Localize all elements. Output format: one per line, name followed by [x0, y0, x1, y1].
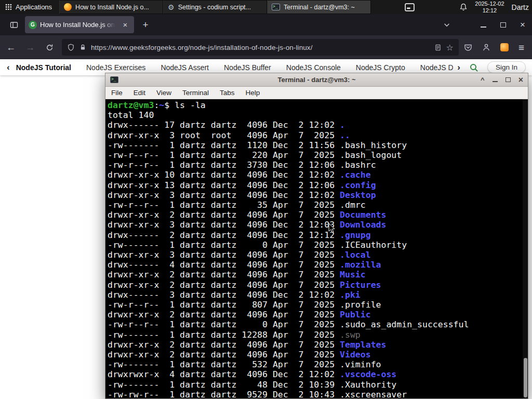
- line-text: drwxr-xr-x 3 dartz dartz 4096 Apr 7 2025: [108, 250, 340, 260]
- bookmark-star-icon[interactable]: ☆: [446, 43, 454, 52]
- site-nav-link[interactable]: NodeJS Console: [286, 63, 341, 72]
- terminal-maximize-button[interactable]: [506, 77, 511, 82]
- url-text: https://www.geeksforgeeks.org/node-js/in…: [91, 44, 430, 51]
- forward-button[interactable]: →: [22, 39, 38, 56]
- terminal-line: drwx------ 4 dartz dartz 4096 Apr 7 2025…: [108, 260, 528, 270]
- terminal-prompt-line: dartz@vm3:~$ ls -la: [108, 100, 528, 110]
- file-name: .config: [340, 180, 376, 190]
- clock[interactable]: 2025-12-02 12:12: [475, 1, 504, 14]
- file-name: .viminfo: [340, 360, 381, 369]
- tracking-shield-icon[interactable]: [67, 44, 75, 51]
- terminal-line: -rw-r--r-- 1 dartz dartz 807 Apr 7 2025 …: [108, 300, 528, 310]
- terminal-line: drwxr-xr-x 3 dartz dartz 4096 Dec 2 12:0…: [108, 190, 528, 200]
- line-text: -rw-r--r-- 1 dartz dartz 0 Apr 7 2025: [108, 320, 340, 329]
- menu-help[interactable]: Help: [246, 89, 260, 97]
- nav-scroll-right-icon[interactable]: ›: [457, 62, 460, 73]
- taskbar-item[interactable]: ⚙Settings - codium script...: [163, 0, 267, 14]
- file-name: Music: [340, 270, 366, 280]
- tray-terminal-icon[interactable]: [405, 3, 415, 11]
- line-text: drwx------ 17 dartz dartz 4096 Dec 2 12:…: [108, 120, 340, 130]
- tab-close-icon[interactable]: ×: [120, 20, 130, 30]
- menu-file[interactable]: File: [111, 89, 123, 97]
- line-text: drwxr-xr-x 2 dartz dartz 4096 Apr 7 2025: [108, 280, 340, 290]
- file-name: .pki: [340, 290, 361, 300]
- taskbar-item[interactable]: Terminal - dartz@vm3: ~: [267, 0, 371, 14]
- account-icon[interactable]: [482, 43, 490, 51]
- line-text: drwxr-xr-x 13 dartz dartz 4096 Dec 2 12:…: [108, 180, 340, 190]
- scrollbar-thumb[interactable]: [524, 358, 527, 397]
- search-icon[interactable]: [469, 63, 478, 72]
- terminal-line: drwx------ 2 dartz dartz 4096 Dec 2 12:1…: [108, 230, 528, 240]
- applications-menu[interactable]: Applications: [0, 0, 57, 14]
- url-bar[interactable]: https://www.geeksforgeeks.org/node-js/in…: [62, 39, 459, 56]
- terminal-minimize-button[interactable]: [493, 81, 498, 82]
- terminal-line: -rw------- 1 dartz dartz 12288 Apr 7 202…: [108, 330, 528, 340]
- applications-icon: [5, 4, 12, 10]
- nav-scroll-left-icon[interactable]: ‹: [7, 62, 10, 73]
- menu-tabs[interactable]: Tabs: [220, 89, 235, 97]
- site-nav-link[interactable]: NodeJS Crypto: [356, 63, 405, 72]
- applications-label: Applications: [16, 3, 52, 11]
- terminal-close-button[interactable]: ×: [518, 76, 523, 84]
- line-text: drwxr-xr-x 2 dartz dartz 4096 Apr 7 2025: [108, 270, 340, 280]
- clock-time: 12:12: [475, 7, 504, 14]
- site-nav-link[interactable]: NodeJS DNS: [420, 63, 454, 72]
- file-name: Templates: [340, 340, 386, 350]
- line-text: -rw------- 1 dartz dartz 532 Apr 7 2025: [108, 360, 340, 369]
- terminal-line: -rw-r--r-- 1 dartz dartz 0 Apr 7 2025 .s…: [108, 320, 528, 329]
- line-text: -rw------- 1 dartz dartz 1120 Dec 2 11:5…: [108, 140, 340, 150]
- terminal-titlebar[interactable]: Terminal - dartz@vm3: ~ ^ ×: [105, 73, 528, 87]
- file-name: .local: [340, 250, 371, 260]
- terminal-shade-button[interactable]: ^: [481, 76, 485, 84]
- terminal-line: drwx------ 17 dartz dartz 4096 Dec 2 12:…: [108, 120, 528, 130]
- pocket-icon[interactable]: [464, 43, 472, 51]
- user-menu[interactable]: Dartz: [512, 3, 529, 11]
- menu-hamburger-icon[interactable]: ≡: [518, 43, 524, 52]
- lock-icon[interactable]: [79, 44, 86, 51]
- clock-date: 2025-12-02: [475, 1, 504, 7]
- terminal-line: -rw-r--r-- 1 dartz dartz 220 Apr 7 2025 …: [108, 150, 528, 160]
- window-close-button[interactable]: ×: [520, 20, 525, 29]
- new-tab-button[interactable]: +: [138, 18, 153, 32]
- browser-tab[interactable]: G How to Install Node.js on ×: [25, 16, 134, 33]
- extension-icon[interactable]: [500, 43, 509, 51]
- menu-view[interactable]: View: [156, 89, 171, 97]
- taskbar-item-label: Settings - codium script...: [178, 4, 251, 11]
- file-name: .cache: [340, 170, 371, 180]
- site-nav-link[interactable]: NodeJS Tutorial: [16, 63, 71, 72]
- reader-mode-icon[interactable]: [434, 44, 442, 51]
- line-text: drwxr-xr-x 3 root root 4096 Apr 7 2025: [108, 130, 340, 140]
- taskbar-item[interactable]: How to Install Node.js o...: [59, 0, 163, 14]
- back-button[interactable]: ←: [3, 39, 19, 56]
- system-bar: Applications How to Install Node.js o...…: [0, 0, 532, 14]
- file-name: .gnupg: [340, 230, 371, 240]
- terminal-line: drwxr-xr-x 3 dartz dartz 4096 Apr 7 2025…: [108, 250, 528, 260]
- line-text: -rw------- 1 dartz dartz 48 Dec 2 10:39: [108, 380, 340, 390]
- window-minimize-button[interactable]: [481, 26, 486, 28]
- terminal-scrollbar[interactable]: [523, 99, 528, 398]
- site-nav-link[interactable]: NodeJS Buffer: [224, 63, 271, 72]
- system-tray: 2025-12-02 12:12 Dartz: [405, 1, 532, 14]
- terminal-screen[interactable]: dartz@vm3:~$ ls -la total 140drwx------ …: [105, 99, 528, 398]
- sign-in-button[interactable]: Sign In: [487, 61, 526, 73]
- menu-edit[interactable]: Edit: [134, 89, 145, 97]
- reload-icon[interactable]: [41, 39, 58, 56]
- notifications-icon[interactable]: [459, 3, 468, 11]
- line-text: -rw-r--r-- 1 dartz dartz 3730 Dec 2 12:0…: [108, 160, 340, 170]
- menu-terminal[interactable]: Terminal: [182, 89, 209, 97]
- line-text: drwxr-xr-x 2 dartz dartz 4096 Apr 7 2025: [108, 340, 340, 350]
- terminal-line: drwx------ 3 dartz dartz 4096 Dec 2 12:0…: [108, 290, 528, 300]
- list-all-tabs-icon[interactable]: [443, 21, 450, 29]
- site-nav-link[interactable]: NodeJS Assert: [161, 63, 209, 72]
- taskbar-item-label: How to Install Node.js o...: [75, 4, 149, 11]
- terminal-line: drwxr-xr-x 2 dartz dartz 4096 Apr 7 2025…: [108, 310, 528, 320]
- window-restore-button[interactable]: [500, 22, 506, 28]
- site-nav-link[interactable]: NodeJS Exercises: [86, 63, 145, 72]
- file-name: Pictures: [340, 280, 381, 290]
- file-name: Downloads: [340, 220, 386, 230]
- line-text: drwxr-xr-x 2 dartz dartz 4096 Apr 7 2025: [108, 350, 340, 360]
- firefox-view-icon[interactable]: [7, 18, 21, 32]
- line-text: drwx------ 3 dartz dartz 4096 Dec 2 12:0…: [108, 290, 340, 300]
- terminal-line: drwxr-xr-x 2 dartz dartz 4096 Apr 7 2025…: [108, 280, 528, 290]
- terminal-line: drwxr-xr-x 3 root root 4096 Apr 7 2025 .…: [108, 130, 528, 140]
